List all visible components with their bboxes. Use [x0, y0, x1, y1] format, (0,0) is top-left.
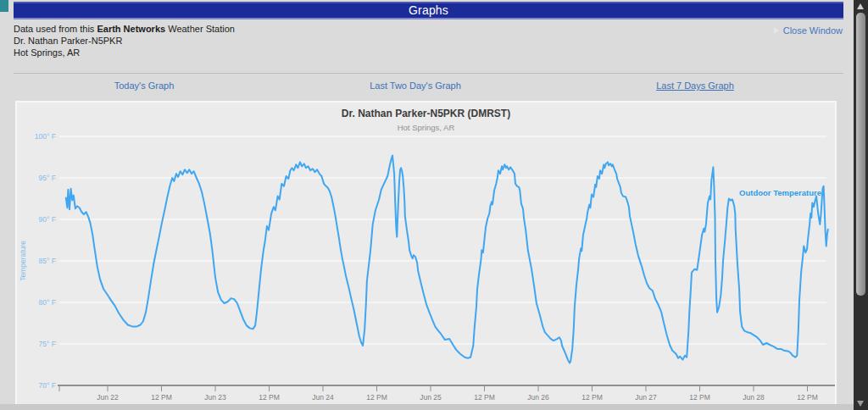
tab-todays-graph[interactable]: Today's Graph [114, 80, 175, 91]
station-info-block: Data used from this Earth Networks Weath… [14, 23, 235, 58]
right-arrow-icon [774, 27, 779, 34]
y-tick-label: 85° F [39, 257, 56, 265]
x-tick-label: 12 PM [366, 393, 387, 402]
scrollbar-up-button[interactable] [854, 0, 868, 13]
up-arrow-icon [857, 3, 864, 9]
series-label-outdoor-temperature: Outdoor Temperature [739, 188, 821, 197]
outdoor-temperature-line [66, 156, 828, 363]
divider-line [14, 73, 843, 74]
tab-last-7-days-graph[interactable]: Last 7 Days Graph [656, 80, 734, 91]
station-info-line1: Data used from this Earth Networks Weath… [14, 23, 235, 35]
x-tick-label: 12 PM [259, 393, 280, 402]
page: { "header": { "title": "Graphs" }, "info… [0, 0, 868, 410]
y-tick-label: 100° F [35, 132, 56, 141]
x-tick-label: 12 PM [151, 393, 172, 402]
vertical-scrollbar[interactable] [854, 0, 868, 410]
scrollbar-down-button[interactable] [854, 397, 868, 410]
x-tick-label: 12 PM [474, 393, 495, 402]
x-tick-label: Jun 27 [635, 393, 657, 402]
page-title-bar: Graphs [14, 2, 843, 19]
down-arrow-icon [857, 401, 864, 407]
y-tick-label: 95° F [39, 174, 56, 182]
x-tick-label: Jun 25 [420, 393, 442, 402]
y-axis-title: Temperature [19, 241, 27, 281]
chart-title: Dr. Nathan Parker-N5PKR (DMRST) [17, 108, 835, 119]
y-tick-label: 90° F [39, 215, 56, 224]
x-tick-label: 12 PM [581, 393, 603, 402]
scrollbar-thumb[interactable] [856, 13, 865, 296]
chart-panel: Jun 2212 PMJun 2312 PMJun 2412 PMJun 251… [17, 102, 835, 404]
x-tick-label: Jun 22 [97, 393, 119, 402]
x-tick-label: Jun 26 [527, 393, 549, 402]
station-name: Dr. Nathan Parker-N5PKR [14, 35, 235, 47]
y-tick-label: 70° F [39, 381, 56, 390]
x-tick-label: Jun 28 [743, 393, 765, 402]
x-tick-label: Jun 23 [204, 393, 226, 402]
provider-name: Earth Networks [97, 24, 165, 34]
bottom-edge [0, 404, 868, 410]
y-tick-label: 75° F [39, 340, 56, 348]
corner-accent [0, 0, 8, 12]
tab-last-two-days-graph[interactable]: Last Two Day's Graph [370, 80, 461, 91]
station-location: Hot Springs, AR [14, 47, 235, 58]
close-window-label: Close Window [783, 25, 843, 36]
x-tick-label: 12 PM [689, 393, 710, 402]
x-tick-label: Jun 24 [312, 393, 334, 402]
y-tick-label: 80° F [39, 298, 56, 307]
x-tick-label: 12 PM [797, 393, 818, 402]
temperature-chart: Jun 2212 PMJun 2312 PMJun 2412 PMJun 251… [17, 102, 835, 406]
chart-subtitle: Hot Springs, AR [17, 123, 835, 132]
close-window-link[interactable]: Close Window [774, 25, 843, 36]
page-title: Graphs [409, 3, 448, 17]
